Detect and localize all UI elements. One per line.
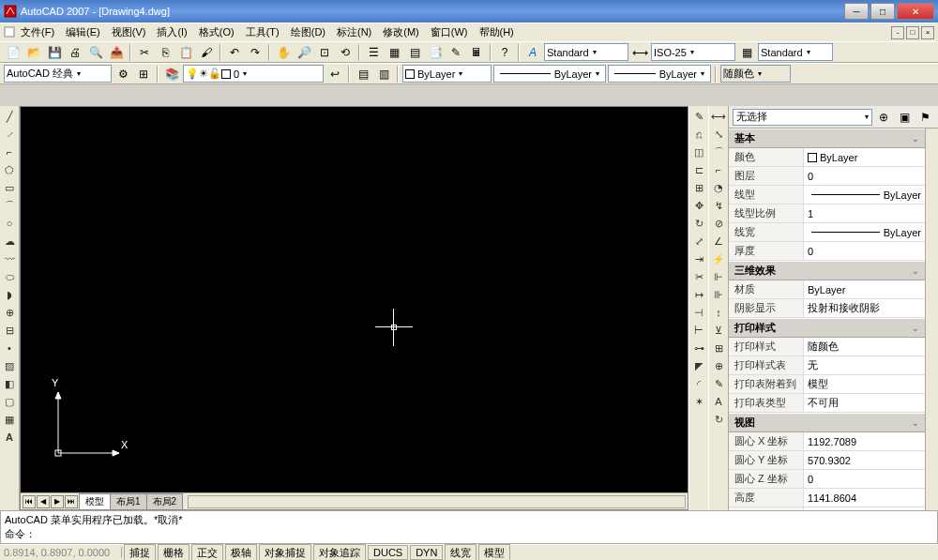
xline-icon[interactable]: ⟋ — [1, 126, 18, 143]
menu-draw[interactable]: 绘图(D) — [285, 23, 331, 41]
layer-dropdown[interactable]: 💡 ☀ 🔓 0▾ — [183, 65, 324, 83]
properties-icon[interactable]: ☰ — [364, 43, 383, 62]
copy-icon[interactable]: ⎘ — [156, 43, 174, 62]
prop-height[interactable]: 1141.8604 — [804, 489, 925, 507]
tab-last-icon[interactable]: ⏭ — [65, 495, 78, 508]
spline-icon[interactable]: 〰 — [1, 250, 18, 267]
dim-aligned-icon[interactable]: ⤡ — [710, 126, 727, 143]
menu-edit[interactable]: 编辑(E) — [60, 23, 106, 41]
group-basic[interactable]: 基本⌄ — [729, 129, 925, 148]
scale-icon[interactable]: ⤢ — [690, 233, 707, 250]
lwt-toggle[interactable]: 线宽 — [445, 544, 477, 561]
menu-view[interactable]: 视图(V) — [106, 23, 152, 41]
prop-thickness[interactable]: 0 — [804, 242, 925, 260]
polygon-icon[interactable]: ⬠ — [1, 161, 18, 178]
prop-plotattach[interactable]: 模型 — [804, 375, 925, 393]
break-icon[interactable]: ⊢ — [690, 322, 707, 339]
trim-icon[interactable]: ✂ — [690, 268, 707, 285]
prop-lineweight[interactable]: ByLayer — [804, 223, 925, 241]
extend-icon[interactable]: ↦ — [690, 286, 707, 303]
plotstyle-dropdown[interactable]: 随颜色▾ — [720, 65, 791, 83]
paste-icon[interactable]: 📋 — [176, 43, 195, 62]
coordinate-display[interactable]: 0.8914, 0.8907, 0.0000 — [0, 547, 122, 558]
ortho-toggle[interactable]: 正交 — [191, 544, 223, 561]
dc-icon[interactable]: ▦ — [385, 43, 403, 62]
mdi-close[interactable]: × — [921, 26, 934, 39]
menu-modify[interactable]: 修改(M) — [377, 23, 425, 41]
tablestyle-icon[interactable]: ▦ — [737, 43, 756, 62]
tool-palette-icon[interactable]: ▤ — [405, 43, 424, 62]
menu-window[interactable]: 窗口(W) — [425, 23, 474, 41]
zoom-prev-icon[interactable]: ⟲ — [336, 43, 355, 62]
mdi-restore[interactable]: □ — [906, 26, 919, 39]
dim-radius-icon[interactable]: ◔ — [710, 179, 727, 196]
prop-layer[interactable]: 0 — [804, 167, 925, 185]
prop-plottype[interactable]: 不可用 — [804, 394, 925, 412]
prop-center-x[interactable]: 1192.7089 — [804, 432, 925, 450]
revcloud-icon[interactable]: ☁ — [1, 233, 18, 250]
cut-icon[interactable]: ✂ — [135, 43, 154, 62]
minimize-button[interactable]: ─ — [844, 3, 869, 20]
tolerance-icon[interactable]: ⊞ — [710, 340, 727, 356]
hatch-icon[interactable]: ▨ — [1, 357, 18, 374]
arc-icon[interactable]: ⌒ — [1, 197, 18, 214]
explode-icon[interactable]: ✶ — [690, 393, 707, 410]
pline-icon[interactable]: ⌐ — [1, 144, 18, 160]
stretch-icon[interactable]: ⇥ — [690, 250, 707, 267]
otrack-toggle[interactable]: 对象追踪 — [313, 544, 366, 561]
snap-toggle[interactable]: 捕捉 — [124, 544, 156, 561]
dim-style-dropdown[interactable]: ISO-25▾ — [651, 43, 735, 61]
dim-linear-icon[interactable]: ⟷ — [710, 108, 727, 125]
chamfer-icon[interactable]: ◤ — [690, 357, 707, 374]
menu-tools[interactable]: 工具(T) — [240, 23, 285, 41]
workspace-lock-icon[interactable]: ⊞ — [134, 65, 153, 83]
menu-insert[interactable]: 插入(I) — [151, 23, 192, 41]
dim-continue-icon[interactable]: ⊪ — [710, 286, 727, 303]
grid-toggle[interactable]: 栅格 — [158, 544, 189, 561]
dim-arc-icon[interactable]: ⌒ — [710, 144, 727, 160]
dim-baseline-icon[interactable]: ⊩ — [710, 268, 727, 285]
tab-model[interactable]: 模型 — [79, 493, 111, 509]
undo-icon[interactable]: ↶ — [225, 43, 244, 62]
save-icon[interactable]: 💾 — [45, 43, 64, 62]
markup-icon[interactable]: ✎ — [446, 43, 465, 62]
break-at-icon[interactable]: ⊣ — [690, 304, 707, 321]
tab-first-icon[interactable]: ⏮ — [23, 495, 36, 508]
copy-obj-icon[interactable]: ⎌ — [690, 126, 707, 143]
new-icon[interactable]: 📄 — [4, 43, 23, 62]
prop-plottable[interactable]: 无 — [804, 356, 925, 374]
ssm-icon[interactable]: 📑 — [426, 43, 445, 62]
lineweight-dropdown[interactable]: ByLayer▾ — [608, 65, 711, 83]
prop-ltscale[interactable]: 1 — [804, 204, 925, 222]
fillet-icon[interactable]: ◜ — [690, 375, 707, 392]
select-objects-icon[interactable]: ▣ — [895, 108, 914, 127]
palette-scrollbar[interactable] — [925, 129, 938, 510]
calc-icon[interactable]: 🖩 — [467, 43, 486, 62]
insert-block-icon[interactable]: ⊕ — [1, 304, 18, 321]
table-style-dropdown[interactable]: Standard▾ — [758, 43, 833, 61]
ducs-toggle[interactable]: DUCS — [368, 545, 408, 560]
ellipse-arc-icon[interactable]: ◗ — [1, 286, 18, 303]
dim-jogged-icon[interactable]: ↯ — [710, 197, 727, 214]
tab-layout2[interactable]: 布局2 — [146, 493, 184, 509]
array-icon[interactable]: ⊞ — [690, 179, 707, 196]
dim-update-icon[interactable]: ↻ — [710, 411, 727, 428]
layer-prev-icon[interactable]: ↩ — [325, 65, 344, 83]
redo-icon[interactable]: ↷ — [246, 43, 265, 62]
zoom-win-icon[interactable]: ⊡ — [315, 43, 334, 62]
plot-icon[interactable]: 🖨 — [66, 43, 84, 62]
dim-space-icon[interactable]: ↕ — [710, 304, 727, 321]
linetype-dropdown[interactable]: ByLayer▾ — [493, 65, 606, 83]
toggle-pickadd-icon[interactable]: ⚑ — [915, 108, 934, 127]
zoom-rt-icon[interactable]: 🔎 — [295, 43, 313, 62]
mirror-icon[interactable]: ◫ — [690, 144, 707, 160]
menu-file[interactable]: 文件(F) — [15, 23, 60, 41]
point-icon[interactable]: • — [1, 340, 18, 356]
prop-linetype[interactable]: ByLayer — [804, 186, 925, 204]
drawing-canvas[interactable]: X Y — [21, 107, 688, 492]
command-window[interactable]: AutoCAD 菜单实用程序已加载。*取消* 命令： — [0, 510, 938, 544]
prop-color[interactable]: ByLayer — [804, 148, 925, 166]
dim-break-icon[interactable]: ⊻ — [710, 322, 727, 339]
ellipse-icon[interactable]: ⬭ — [1, 268, 18, 285]
offset-icon[interactable]: ⊏ — [690, 161, 707, 178]
